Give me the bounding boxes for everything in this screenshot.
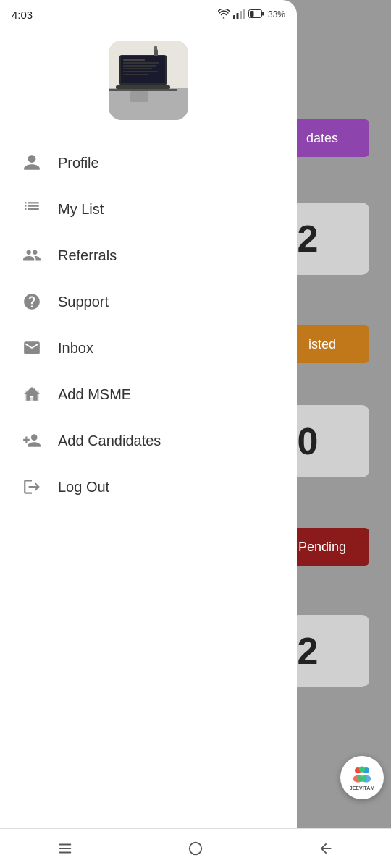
business-icon: + [22,384,42,404]
add-candidates-label: Add Candidates [58,433,161,449]
svg-rect-6 [233,15,235,19]
svg-rect-23 [123,74,148,75]
battery-icon [248,9,264,20]
person-icon [22,153,42,173]
avatar [109,41,188,120]
svg-rect-24 [116,85,170,89]
referrals-label: Referrals [58,247,117,264]
help-icon [22,292,42,312]
drawer-panel: 4:03 [0,0,297,868]
svg-rect-9 [243,9,245,19]
list-icon [22,199,42,219]
menu-item-logout[interactable]: Log Out [0,464,297,510]
svg-rect-21 [123,68,152,69]
inbox-label: Inbox [58,340,93,357]
email-icon [22,338,42,358]
svg-rect-12 [262,12,264,15]
svg-rect-7 [236,13,238,19]
svg-rect-25 [109,89,177,91]
support-label: Support [58,294,109,310]
svg-rect-19 [123,62,159,64]
menu-item-add-candidates[interactable]: Add Candidates [0,417,297,464]
jeevitam-label: JEEVITAM [350,786,375,791]
battery-percent: 33% [268,9,285,20]
person-add-icon [22,430,42,451]
menu-item-add-msme[interactable]: + Add MSME [0,371,297,417]
avatar-section [0,26,297,132]
menu-item-referrals[interactable]: Referrals [0,232,297,278]
svg-rect-11 [250,11,254,17]
nav-back[interactable] [43,834,87,863]
menu-item-my-list[interactable]: My List [0,186,297,232]
jeevitam-fab[interactable]: JEEVITAM [340,756,384,799]
svg-rect-31 [59,848,72,849]
svg-text:+: + [33,387,36,394]
nav-home[interactable] [174,834,217,863]
logout-label: Log Out [58,479,109,495]
svg-point-33 [190,843,202,855]
svg-rect-26 [154,49,158,56]
bottom-nav [0,828,391,868]
svg-point-2 [359,766,365,772]
menu-item-profile[interactable]: Profile [0,140,297,186]
logout-icon [22,477,42,497]
menu-item-inbox[interactable]: Inbox [0,325,297,371]
time-display: 4:03 [12,9,33,21]
group-icon [22,245,42,265]
svg-point-5 [357,775,366,782]
svg-rect-18 [123,59,145,61]
menu-list: Profile My List Referrals Support [0,132,297,868]
status-icons: 33% [218,9,285,21]
svg-rect-15 [109,88,188,120]
svg-rect-32 [59,852,72,854]
add-msme-label: Add MSME [58,386,131,403]
signal-icon [233,9,245,21]
menu-item-support[interactable]: Support [0,278,297,325]
svg-rect-27 [154,46,157,50]
profile-label: Profile [58,155,99,171]
svg-rect-22 [123,71,158,72]
svg-rect-30 [59,844,72,846]
nav-recent[interactable] [304,834,348,863]
svg-rect-8 [240,11,242,19]
svg-rect-28 [130,91,148,102]
my-list-label: My List [58,201,104,218]
svg-rect-20 [123,65,156,67]
wifi-icon [218,9,230,21]
status-bar: 4:03 [0,0,297,26]
